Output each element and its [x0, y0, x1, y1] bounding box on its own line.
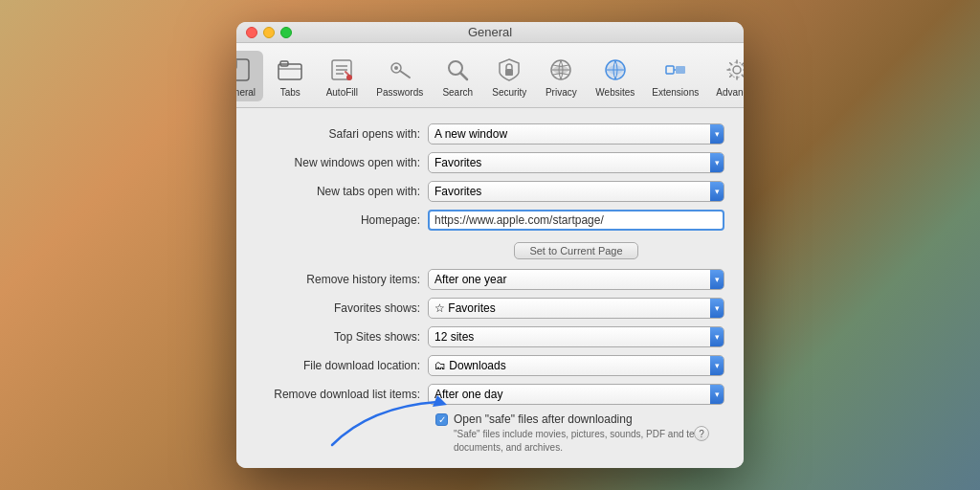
security-icon — [494, 55, 524, 85]
new-tabs-row: New tabs open with: Favorites ▾ — [256, 181, 724, 202]
autofill-label: AutoFill — [326, 87, 358, 98]
top-sites-select[interactable]: 12 sites ▾ — [428, 326, 724, 347]
tabs-icon — [275, 55, 305, 85]
autofill-icon — [326, 55, 357, 85]
file-download-row: File download location: 🗂 Downloads ▾ — [256, 355, 724, 376]
safari-opens-value: A new window — [434, 127, 507, 141]
remove-history-select[interactable]: After one year ▾ — [428, 269, 724, 290]
file-download-value: 🗂 Downloads — [434, 359, 506, 372]
remove-download-chevron: ▾ — [710, 385, 724, 404]
new-tabs-select[interactable]: Favorites ▾ — [428, 181, 724, 202]
minimize-button[interactable] — [263, 27, 275, 38]
remove-history-value: After one year — [434, 273, 506, 286]
general-icon — [236, 55, 254, 85]
open-safe-label: Open "safe" files after downloading — [454, 412, 724, 426]
window-title: General — [468, 25, 512, 39]
safari-opens-label: Safari opens with: — [256, 127, 428, 141]
websites-label: Websites — [595, 87, 635, 98]
top-sites-row: Top Sites shows: 12 sites ▾ — [256, 326, 724, 347]
open-safe-desc: "Safe" files include movies, pictures, s… — [454, 428, 724, 455]
maximize-button[interactable] — [280, 27, 292, 38]
toolbar: General Tabs — [236, 43, 744, 108]
favorites-shows-label: Favorites shows: — [256, 301, 428, 315]
file-download-label: File download location: — [256, 359, 428, 372]
preferences-window: General General — [236, 22, 744, 468]
remove-history-row: Remove history items: After one year ▾ — [256, 269, 724, 290]
open-safe-text: Open "safe" files after downloading "Saf… — [454, 412, 724, 455]
new-tabs-chevron: ▾ — [710, 182, 724, 201]
tabs-label: Tabs — [280, 87, 301, 98]
svg-rect-15 — [505, 69, 513, 76]
safari-opens-row: Safari opens with: A new window ▾ — [256, 123, 724, 145]
tab-advanced[interactable]: Advanced — [708, 51, 744, 101]
svg-line-14 — [460, 73, 467, 79]
remove-download-value: After one day — [434, 388, 502, 401]
svg-point-9 — [346, 75, 352, 80]
new-windows-label: New windows open with: — [256, 156, 428, 169]
favorites-shows-value: ☆ Favorites — [434, 301, 496, 315]
privacy-label: Privacy — [546, 87, 577, 98]
preferences-content: Safari opens with: A new window ▾ New wi… — [236, 108, 744, 468]
svg-point-12 — [394, 66, 398, 70]
top-sites-value: 12 sites — [434, 330, 474, 344]
extensions-label: Extensions — [652, 87, 699, 98]
new-windows-chevron: ▾ — [710, 153, 724, 172]
new-windows-row: New windows open with: Favorites ▾ — [256, 152, 724, 173]
passwords-icon — [385, 55, 415, 85]
help-button[interactable]: ? — [694, 426, 709, 441]
set-button-control: Set to Current Page — [428, 238, 724, 259]
tab-autofill[interactable]: AutoFill — [317, 51, 367, 101]
set-to-current-page-button[interactable]: Set to Current Page — [514, 242, 638, 259]
svg-line-11 — [400, 71, 410, 78]
new-tabs-value: Favorites — [434, 185, 481, 198]
file-download-control: 🗂 Downloads ▾ — [428, 355, 724, 376]
security-label: Security — [492, 87, 526, 98]
svg-rect-21 — [666, 66, 674, 74]
websites-icon — [600, 55, 631, 85]
homepage-row: Homepage: — [256, 210, 724, 231]
homepage-input[interactable] — [428, 210, 724, 231]
favorites-shows-row: Favorites shows: ☆ Favorites ▾ — [256, 298, 724, 319]
favorites-shows-control: ☆ Favorites ▾ — [428, 298, 724, 319]
advanced-icon — [722, 55, 744, 85]
new-windows-value: Favorites — [434, 156, 481, 169]
tab-tabs[interactable]: Tabs — [265, 51, 315, 101]
svg-point-24 — [733, 66, 741, 74]
svg-rect-22 — [676, 66, 685, 74]
new-tabs-control: Favorites ▾ — [428, 181, 724, 202]
open-safe-checkbox[interactable] — [435, 413, 448, 426]
close-button[interactable] — [246, 27, 257, 38]
traffic-lights — [246, 27, 292, 38]
svg-rect-0 — [236, 59, 249, 80]
remove-download-label: Remove download list items: — [256, 388, 428, 401]
tab-privacy[interactable]: Privacy — [536, 51, 586, 101]
search-icon — [442, 55, 473, 85]
search-label: Search — [442, 87, 473, 98]
tab-extensions[interactable]: Extensions — [644, 51, 706, 101]
set-button-row: Set to Current Page — [256, 238, 724, 259]
safari-opens-chevron: ▾ — [710, 124, 724, 144]
favorites-shows-chevron: ▾ — [710, 299, 724, 318]
titlebar: General — [236, 22, 744, 43]
open-safe-row: Open "safe" files after downloading "Saf… — [435, 412, 724, 455]
bottom-section: Open "safe" files after downloading "Saf… — [256, 412, 724, 455]
file-download-chevron: ▾ — [710, 356, 724, 375]
svg-rect-1 — [236, 59, 237, 69]
safari-opens-control: A new window ▾ — [428, 123, 724, 145]
tab-search[interactable]: Search — [433, 51, 482, 101]
new-tabs-label: New tabs open with: — [256, 185, 428, 198]
safari-opens-select[interactable]: A new window ▾ — [428, 123, 724, 145]
tab-security[interactable]: Security — [484, 51, 534, 101]
passwords-label: Passwords — [376, 87, 423, 98]
new-windows-control: Favorites ▾ — [428, 152, 724, 173]
favorites-shows-select[interactable]: ☆ Favorites ▾ — [428, 298, 724, 319]
tab-general[interactable]: General — [236, 51, 263, 101]
new-windows-select[interactable]: Favorites ▾ — [428, 152, 724, 173]
file-download-select[interactable]: 🗂 Downloads ▾ — [428, 355, 724, 376]
remove-download-select[interactable]: After one day ▾ — [428, 384, 724, 405]
tab-passwords[interactable]: Passwords — [368, 51, 431, 101]
remove-download-row: Remove download list items: After one da… — [256, 384, 724, 405]
general-label: General — [236, 87, 256, 98]
tab-websites[interactable]: Websites — [588, 51, 642, 101]
remove-history-control: After one year ▾ — [428, 269, 724, 290]
